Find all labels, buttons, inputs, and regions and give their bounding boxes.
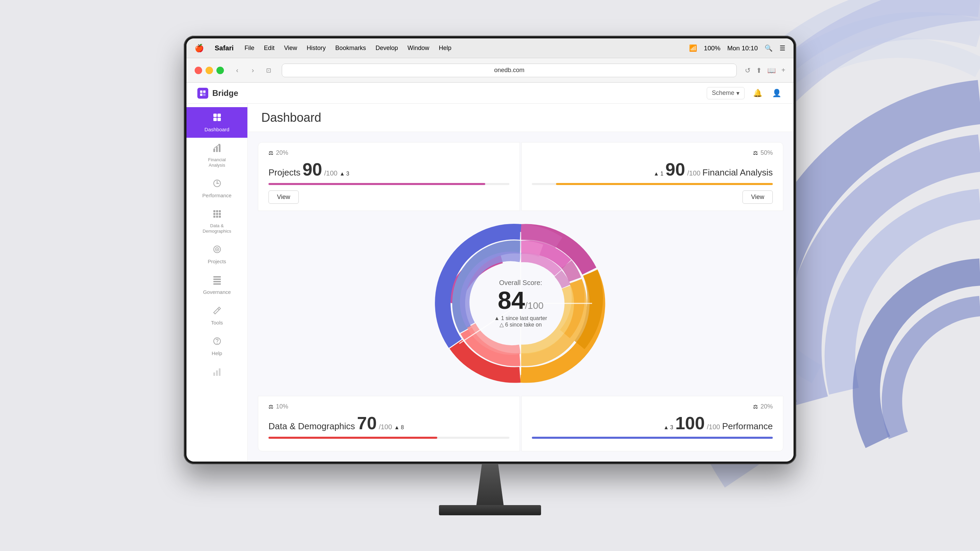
projects-delta-value: 3 — [347, 171, 350, 177]
sidebar-item-data-demographics[interactable]: Data &Demographics — [186, 204, 247, 239]
svg-line-31 — [218, 308, 219, 310]
main-area: Dashboard ⚖ 20% Projects — [248, 104, 794, 462]
svg-rect-30 — [213, 283, 221, 285]
overall-score: 84 — [498, 288, 525, 313]
financial-view-button[interactable]: View — [743, 191, 773, 204]
svg-rect-15 — [213, 210, 215, 212]
datetime-label: Mon 10:10 — [727, 44, 758, 52]
close-button[interactable] — [195, 67, 202, 74]
projects-card-top: ⚖ 20% — [269, 149, 509, 156]
sidebar-label-projects: Projects — [208, 259, 226, 264]
svg-point-26 — [216, 249, 218, 250]
projects-bar-fill — [269, 183, 485, 185]
financial-delta: ▲ 1 — [654, 171, 663, 177]
sidebar-item-dashboard[interactable]: Dashboard — [186, 107, 247, 138]
maximize-button[interactable] — [216, 67, 224, 74]
svg-point-14 — [216, 183, 218, 184]
svg-rect-28 — [213, 279, 221, 280]
search-icon[interactable]: 🔍 — [765, 44, 773, 52]
menu-help[interactable]: Help — [439, 44, 451, 52]
user-button[interactable]: 👤 — [770, 87, 783, 99]
forward-button[interactable]: › — [248, 65, 258, 76]
dashboard-icon — [212, 113, 222, 124]
menu-view[interactable]: View — [284, 44, 298, 52]
sidebar-label-data-demographics: Data &Demographics — [203, 223, 231, 233]
svg-rect-6 — [213, 118, 217, 121]
sidebar-item-reports[interactable] — [186, 362, 247, 384]
sidebar-item-projects[interactable]: Projects — [186, 239, 247, 270]
financial-score-bar — [532, 183, 773, 185]
governance-icon — [212, 275, 222, 287]
menu-history[interactable]: History — [307, 44, 326, 52]
data-delta-arrow: ▲ — [394, 424, 399, 430]
reload-icon[interactable]: ↺ — [745, 66, 751, 75]
svg-rect-4 — [213, 114, 217, 117]
projects-delta-arrow: ▲ — [340, 171, 345, 177]
share-icon[interactable]: ⬆ — [756, 66, 762, 75]
performance-delta-value: 3 — [670, 424, 673, 430]
projects-title: Projects — [269, 167, 301, 178]
page-title: Dashboard — [261, 111, 780, 132]
svg-rect-8 — [213, 149, 215, 152]
new-tab-button[interactable]: + — [781, 66, 785, 75]
browser-chrome: ‹ › ⊡ onedb.com ↺ ⬆ 📖 + — [186, 58, 794, 83]
svg-rect-16 — [216, 210, 218, 212]
sidebar-item-tools[interactable]: Tools — [186, 300, 247, 331]
financial-weight-icon: ⚖ — [753, 150, 758, 156]
apple-logo: 🍎 — [195, 44, 204, 53]
performance-card-top: ⚖ 20% — [532, 403, 773, 410]
financial-card: ⚖ 50% ▲ 1 90 /100 — [521, 142, 783, 211]
svg-rect-7 — [218, 118, 221, 121]
menu-edit[interactable]: Edit — [264, 44, 275, 52]
sidebar: Dashboard — [186, 104, 248, 462]
menu-develop[interactable]: Develop — [375, 44, 398, 52]
data-weight: 10% — [276, 403, 288, 410]
svg-rect-2 — [200, 94, 202, 96]
financial-title: Financial Analysis — [702, 167, 773, 178]
svg-rect-34 — [213, 372, 215, 376]
financial-score: 90 — [666, 159, 685, 179]
svg-point-33 — [216, 343, 218, 344]
bell-button[interactable]: 🔔 — [751, 87, 764, 99]
projects-delta: ▲ 3 — [340, 171, 350, 177]
minimize-button[interactable] — [205, 67, 213, 74]
data-denom: /100 — [379, 423, 392, 431]
performance-title: Performance — [722, 421, 773, 432]
sidebar-item-performance[interactable]: Performance — [186, 173, 247, 204]
financial-bar-fill — [556, 183, 773, 185]
menu-window[interactable]: Window — [407, 44, 429, 52]
projects-card: ⚖ 20% Projects 90 /100 ▲ 3 — [258, 142, 520, 211]
overall-delta1: ▲ 1 since last quarter — [494, 315, 547, 321]
performance-score-row: ▲ 3 100 /100 Performance — [532, 413, 773, 433]
address-bar[interactable]: onedb.com — [282, 64, 737, 77]
app-name-label: Safari — [215, 44, 234, 52]
traffic-lights — [195, 67, 224, 74]
sidebar-item-help[interactable]: Help — [186, 331, 247, 362]
data-score: 70 — [357, 413, 377, 433]
mac-menubar: 🍎 Safari File Edit View History Bookmark… — [186, 38, 794, 58]
projects-score: 90 — [302, 159, 322, 179]
sidebar-item-financial[interactable]: FinancialAnalysis — [186, 138, 247, 173]
projects-denom: /100 — [324, 169, 337, 177]
sidebar-item-governance[interactable]: Governance — [186, 270, 247, 300]
scheme-button[interactable]: Scheme ▾ — [707, 87, 745, 99]
back-button[interactable]: ‹ — [232, 65, 242, 76]
projects-view-button[interactable]: View — [269, 191, 299, 204]
financial-icon — [212, 143, 222, 155]
svg-rect-22 — [216, 216, 218, 218]
tools-icon — [212, 306, 222, 318]
menu-bookmarks[interactable]: Bookmarks — [335, 44, 366, 52]
full-app: Bridge Scheme ▾ 🔔 👤 — [186, 83, 794, 462]
svg-rect-35 — [216, 370, 218, 376]
menu-file[interactable]: File — [245, 44, 255, 52]
data-delta-value: 8 — [401, 424, 404, 430]
projects-score-row: Projects 90 /100 ▲ 3 — [269, 159, 509, 179]
menu-icon[interactable]: ☰ — [780, 44, 785, 52]
overall-label: Overall Score: — [499, 279, 542, 287]
performance-bar-fill — [532, 437, 773, 439]
browser-actions: ↺ ⬆ 📖 + — [745, 66, 785, 75]
url-text: onedb.com — [494, 67, 524, 74]
sidebar-toggle-icon[interactable]: ⊡ — [263, 65, 274, 76]
bookmarks-icon[interactable]: 📖 — [767, 66, 776, 75]
financial-card-top: ⚖ 50% — [532, 149, 773, 156]
